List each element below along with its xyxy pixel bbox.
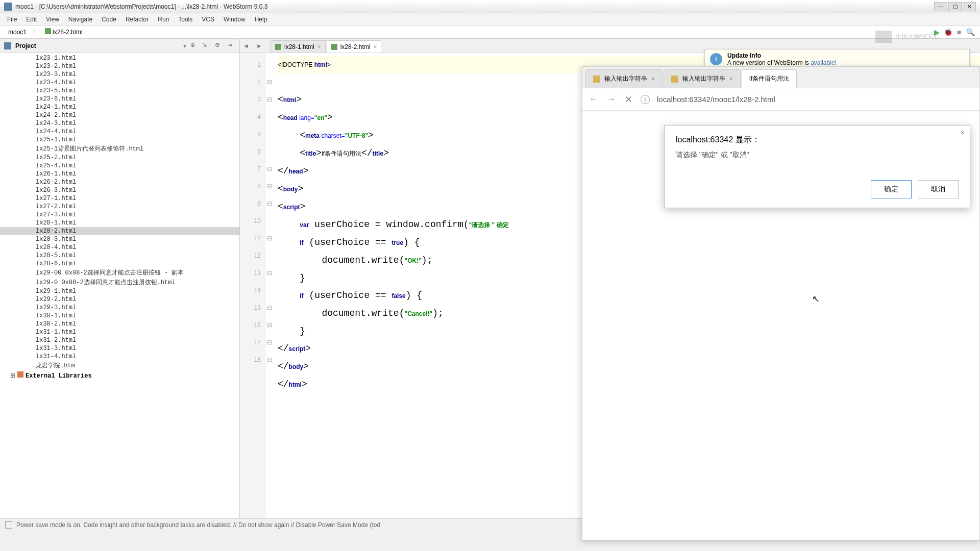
- page-icon: [593, 76, 600, 83]
- file-item[interactable]: lx24-4.html: [0, 128, 239, 136]
- sidebar-label[interactable]: Project: [15, 42, 179, 49]
- search-icon[interactable]: 🔍: [966, 28, 975, 37]
- editor-tab-1[interactable]: lx28-1.html ×: [271, 40, 326, 53]
- file-item[interactable]: lx23-2.html: [0, 62, 239, 70]
- file-item[interactable]: lx29-00 0x08-2选择同意才能点击注册按钮 - 副本: [0, 268, 239, 278]
- gear-icon[interactable]: ⚙: [215, 42, 223, 50]
- menu-edit[interactable]: Edit: [22, 15, 41, 24]
- file-item[interactable]: lx31-2.html: [0, 336, 239, 344]
- sidebar-header: Project ▾ ⊕ ⇲ ⚙ ⇥: [0, 39, 239, 53]
- file-item[interactable]: lx26-3.html: [0, 186, 239, 194]
- file-item[interactable]: lx27-1.html: [0, 194, 239, 203]
- file-item[interactable]: lx25-1.html: [0, 136, 239, 144]
- browser-window: 输入输出字符串 × 输入输出字符串 × if条件语句用法 ← → ✕ i loc…: [582, 66, 980, 541]
- file-item[interactable]: lx31-4.html: [0, 353, 239, 361]
- file-item[interactable]: lx29-1.html: [0, 287, 239, 295]
- dialog-close-icon[interactable]: ×: [961, 129, 965, 137]
- file-item[interactable]: 龙岩学院.htm: [0, 361, 239, 370]
- file-item[interactable]: lx27-3.html: [0, 211, 239, 219]
- file-item[interactable]: lx30-1.html: [0, 312, 239, 320]
- fold-column[interactable]: ⊟⊟ ⊟⊟⊟ ⊟ ⊟ ⊟⊟⊟⊟: [265, 53, 274, 518]
- project-icon: [4, 42, 11, 49]
- browser-tab-1[interactable]: 输入输出字符串 ×: [585, 69, 663, 88]
- forward-icon[interactable]: ►: [256, 42, 264, 51]
- file-item[interactable]: lx28-2.html: [0, 227, 239, 235]
- file-item[interactable]: lx26-1.html: [0, 170, 239, 178]
- collapse-all-icon[interactable]: ⇲: [203, 42, 211, 50]
- file-item[interactable]: lx31-1.html: [0, 328, 239, 336]
- window-titlebar: mooc1 - [C:\Users\Administrator\Webstorm…: [0, 0, 980, 13]
- file-item[interactable]: lx29-0 0x08-2选择同意才能点击注册按钮.html: [0, 278, 239, 287]
- file-item[interactable]: lx23-3.html: [0, 70, 239, 79]
- confirm-dialog: × localhost:63342 显示： 请选择 "确定" 或 "取消" 确定…: [664, 125, 970, 208]
- stop-icon[interactable]: ■: [954, 28, 964, 37]
- minimize-button[interactable]: —: [934, 2, 947, 11]
- file-item[interactable]: lx23-6.html: [0, 95, 239, 103]
- menu-code[interactable]: Code: [97, 15, 120, 24]
- dialog-message: 请选择 "确定" 或 "取消": [676, 151, 959, 160]
- close-tab-icon[interactable]: ×: [373, 43, 377, 51]
- file-item[interactable]: lx31-3.html: [0, 344, 239, 353]
- address-bar[interactable]: localhost:63342/mooc1/lx28-2.html: [657, 95, 973, 104]
- file-item[interactable]: lx23-4.html: [0, 79, 239, 87]
- menu-navigate[interactable]: Navigate: [64, 15, 96, 24]
- cancel-button[interactable]: 取消: [918, 180, 959, 198]
- close-tab-icon[interactable]: ×: [651, 76, 655, 83]
- close-button[interactable]: ✕: [963, 2, 976, 11]
- file-item[interactable]: lx25-4.html: [0, 162, 239, 170]
- menu-refactor[interactable]: Refactor: [121, 15, 153, 24]
- stop-icon[interactable]: ✕: [623, 94, 633, 105]
- maximize-button[interactable]: ▢: [948, 2, 962, 11]
- file-item[interactable]: lx29-2.html: [0, 295, 239, 304]
- file-item[interactable]: lx30-2.html: [0, 320, 239, 328]
- file-item[interactable]: lx28-1.html: [0, 219, 239, 227]
- back-icon[interactable]: ←: [589, 94, 599, 105]
- site-info-icon[interactable]: i: [641, 95, 650, 104]
- close-tab-icon[interactable]: ×: [317, 43, 321, 51]
- file-item[interactable]: lx25-1背景图片代替列表修饰符.html: [0, 144, 239, 154]
- update-link[interactable]: available!: [811, 59, 837, 66]
- file-item[interactable]: lx28-3.html: [0, 235, 239, 243]
- file-item[interactable]: lx25-2.html: [0, 154, 239, 162]
- browser-tab-3[interactable]: if条件语句用法: [742, 69, 797, 88]
- app-icon: [4, 3, 12, 11]
- editor-tab-2[interactable]: lx28-2.html ×: [327, 40, 382, 53]
- breadcrumb-file[interactable]: lx28-2.html: [42, 27, 86, 37]
- breadcrumb-project[interactable]: mooc1: [5, 28, 30, 37]
- run-icon[interactable]: ▶: [932, 28, 941, 37]
- menu-vcs[interactable]: VCS: [198, 15, 218, 24]
- file-item[interactable]: lx26-2.html: [0, 178, 239, 186]
- file-item[interactable]: lx23-5.html: [0, 87, 239, 95]
- menu-view[interactable]: View: [42, 15, 63, 24]
- scroll-from-source-icon[interactable]: ⊕: [190, 42, 199, 50]
- menu-file[interactable]: File: [3, 15, 21, 24]
- file-item[interactable]: lx29-3.html: [0, 304, 239, 312]
- file-item[interactable]: lx28-6.html: [0, 260, 239, 268]
- file-item[interactable]: lx24-1.html: [0, 103, 239, 111]
- menu-tools[interactable]: Tools: [174, 15, 197, 24]
- file-item[interactable]: lx24-3.html: [0, 119, 239, 128]
- menu-run[interactable]: Run: [154, 15, 173, 24]
- debug-icon[interactable]: 🐞: [943, 28, 952, 37]
- info-icon: i: [710, 53, 722, 65]
- file-item[interactable]: lx24-2.html: [0, 111, 239, 119]
- forward-icon[interactable]: →: [606, 94, 616, 105]
- file-item[interactable]: lx28-5.html: [0, 252, 239, 260]
- back-icon[interactable]: ◄: [243, 42, 251, 51]
- menu-help[interactable]: Help: [251, 15, 272, 24]
- file-item[interactable]: lx28-4.html: [0, 243, 239, 252]
- window-title: mooc1 - [C:\Users\Administrator\Webstorm…: [15, 3, 934, 10]
- menu-window[interactable]: Window: [219, 15, 250, 24]
- ok-button[interactable]: 确定: [871, 180, 912, 198]
- page-icon: [671, 76, 678, 83]
- file-item[interactable]: lx27-2.html: [0, 203, 239, 211]
- hide-icon[interactable]: ⇥: [227, 42, 235, 50]
- breadcrumb-sep: 〉: [33, 28, 39, 36]
- close-tab-icon[interactable]: ×: [729, 76, 733, 83]
- external-libraries[interactable]: ⊞External Libraries: [0, 370, 239, 381]
- file-item[interactable]: lx23-1.html: [0, 54, 239, 62]
- file-tree[interactable]: lx23-1.htmllx23-2.htmllx23-3.htmllx23-4.…: [0, 53, 239, 518]
- browser-tab-2[interactable]: 输入输出字符串 ×: [664, 69, 741, 88]
- chevron-down-icon[interactable]: ▾: [183, 42, 186, 49]
- browser-tabs: 输入输出字符串 × 输入输出字符串 × if条件语句用法: [582, 67, 979, 88]
